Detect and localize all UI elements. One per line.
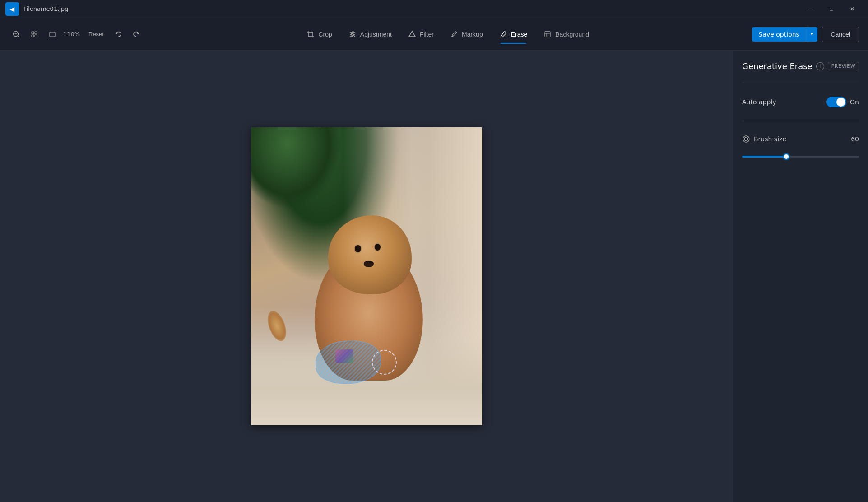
erase-brush-overlay: [316, 334, 397, 384]
toolbar-left: 110% Reset: [9, 27, 144, 42]
tool-erase[interactable]: Erase: [492, 27, 535, 42]
brush-size-row: Brush size 60: [742, 133, 859, 145]
canvas-area: [0, 51, 733, 502]
undo-button[interactable]: [111, 27, 125, 42]
crop-tool-icon: [306, 30, 315, 38]
slider-track[interactable]: [742, 156, 859, 158]
aspect-ratio-icon: [49, 31, 56, 38]
reset-button[interactable]: Reset: [85, 29, 107, 39]
auto-apply-label: Auto apply: [742, 98, 776, 106]
toggle-state-label: On: [850, 98, 859, 106]
erased-object: [335, 349, 353, 363]
dog-head: [328, 215, 411, 294]
back-icon: ◀: [10, 5, 15, 13]
dog-eye-right: [375, 244, 381, 251]
save-options-button[interactable]: Save options ▾: [752, 27, 817, 42]
titlebar-left: ◀ Filename01.jpg: [5, 2, 68, 16]
toolbar-right: Save options ▾ Cancel: [752, 27, 859, 42]
tool-background[interactable]: Background: [536, 27, 596, 42]
auto-apply-row: Auto apply On: [742, 93, 859, 111]
svg-rect-3: [32, 32, 34, 34]
markup-label: Markup: [462, 31, 483, 38]
svg-point-14: [744, 137, 748, 141]
fit-view-button[interactable]: [27, 27, 42, 42]
zoom-level-display: 110%: [63, 31, 81, 37]
tool-crop[interactable]: Crop: [299, 27, 339, 42]
svg-point-9: [351, 33, 353, 35]
svg-point-10: [353, 35, 354, 37]
panel-divider-1: [742, 82, 859, 82]
info-icon[interactable]: i: [816, 62, 824, 70]
adjustment-tool-icon: [348, 30, 357, 38]
aspect-ratio-button[interactable]: [45, 27, 60, 42]
filter-tool-icon: [408, 30, 416, 38]
titlebar: ◀ Filename01.jpg ─ □ ✕: [0, 0, 868, 18]
svg-rect-7: [50, 32, 55, 37]
image-canvas[interactable]: [251, 127, 482, 425]
erase-tool-icon: [499, 30, 507, 38]
cancel-button[interactable]: Cancel: [822, 27, 859, 42]
svg-point-13: [743, 136, 749, 142]
tool-markup[interactable]: Markup: [443, 27, 490, 42]
dog-nose: [364, 261, 374, 267]
tool-filter[interactable]: Filter: [401, 27, 441, 42]
toolbar-nav-tools: Crop Adjustment Filter: [147, 27, 749, 42]
auto-apply-toggle[interactable]: [826, 97, 846, 107]
background-tool-icon: [543, 30, 552, 38]
brush-label-group: Brush size: [742, 135, 786, 143]
background-label: Background: [555, 31, 589, 38]
toggle-group: On: [826, 97, 859, 107]
zoom-out-button[interactable]: [9, 27, 23, 42]
maximize-button[interactable]: □: [821, 2, 842, 16]
panel-title: Generative Erase: [742, 61, 812, 71]
dog-eye-left: [355, 245, 361, 252]
zoom-out-icon: [13, 31, 20, 38]
panel-divider-2: [742, 122, 859, 122]
crop-label: Crop: [318, 31, 332, 38]
slider-thumb[interactable]: [783, 153, 789, 160]
main-toolbar: 110% Reset Crop: [0, 18, 868, 51]
fit-view-icon: [31, 31, 38, 38]
svg-line-2: [18, 36, 19, 37]
window-controls: ─ □ ✕: [800, 2, 863, 16]
right-panel: Generative Erase i PREVIEW Auto apply On: [733, 51, 868, 502]
svg-rect-5: [32, 35, 34, 37]
brush-size-icon: [742, 135, 750, 143]
filter-label: Filter: [420, 31, 434, 38]
save-options-label: Save options: [752, 27, 806, 42]
filename-label: Filename01.jpg: [23, 5, 68, 12]
main-area: Generative Erase i PREVIEW Auto apply On: [0, 51, 868, 502]
redo-icon: [133, 31, 140, 38]
save-options-chevron-icon: ▾: [806, 28, 818, 41]
erase-label: Erase: [511, 31, 528, 38]
svg-marker-11: [409, 31, 415, 37]
close-button[interactable]: ✕: [842, 2, 863, 16]
plant-decoration: [251, 127, 341, 209]
svg-rect-6: [35, 35, 37, 37]
svg-rect-12: [545, 32, 550, 37]
undo-icon: [115, 31, 122, 38]
photo-background: [251, 127, 482, 425]
brush-size-value: 60: [851, 135, 859, 143]
brush-size-label: Brush size: [754, 135, 786, 143]
info-icon-label: i: [819, 63, 821, 69]
minimize-button[interactable]: ─: [800, 2, 821, 16]
brush-size-slider-container: [742, 156, 859, 158]
erase-blob: [316, 341, 381, 384]
preview-badge: PREVIEW: [828, 62, 859, 70]
back-button[interactable]: ◀: [5, 2, 19, 16]
tool-adjustment[interactable]: Adjustment: [341, 27, 399, 42]
adjustment-label: Adjustment: [360, 31, 392, 38]
panel-title-row: Generative Erase i PREVIEW: [742, 61, 859, 71]
redo-button[interactable]: [129, 27, 144, 42]
brush-cursor: [372, 350, 397, 375]
slider-fill: [742, 156, 786, 158]
markup-tool-icon: [450, 30, 458, 38]
svg-rect-4: [35, 32, 37, 34]
